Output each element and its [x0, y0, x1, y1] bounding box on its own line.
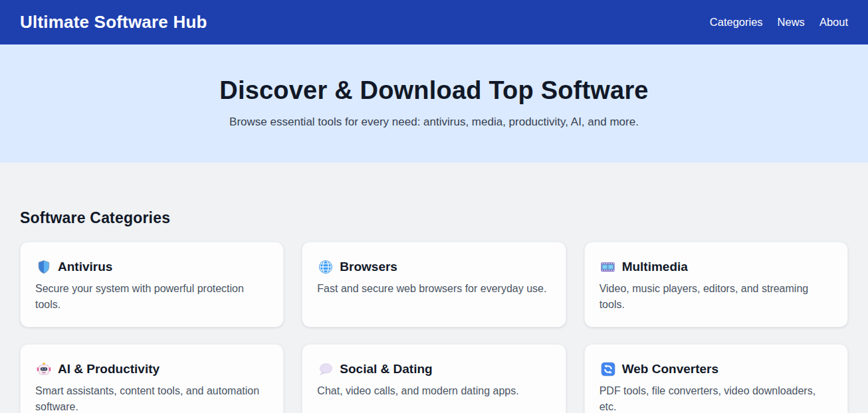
- category-description: Smart assistants, content tools, and aut…: [35, 383, 269, 413]
- category-card[interactable]: Antivirus Secure your system with powerf…: [20, 242, 284, 327]
- category-card[interactable]: AI & Productivity Smart assistants, cont…: [20, 344, 284, 413]
- nav-link-news[interactable]: News: [778, 16, 805, 29]
- category-card[interactable]: Multimedia Video, music players, editors…: [584, 242, 848, 327]
- category-description: Video, music players, editors, and strea…: [599, 281, 833, 313]
- category-description: Fast and secure web browsers for everyda…: [317, 281, 550, 297]
- section-title: Software Categories: [20, 163, 848, 227]
- category-card-header: Multimedia: [599, 259, 833, 275]
- category-description: Secure your system with powerful protect…: [35, 281, 269, 313]
- category-title: AI & Productivity: [58, 362, 160, 376]
- app-header: Ultimate Software Hub Categories News Ab…: [0, 0, 868, 44]
- category-title: Social & Dating: [340, 362, 432, 376]
- category-card-header: Antivirus: [35, 259, 269, 275]
- category-card-header: Web Converters: [599, 361, 833, 377]
- app-title: Ultimate Software Hub: [20, 12, 207, 33]
- category-card[interactable]: Browsers Fast and secure web browsers fo…: [302, 242, 566, 327]
- category-title: Browsers: [340, 260, 397, 274]
- hero-title: Discover & Download Top Software: [0, 74, 868, 107]
- category-card[interactable]: Web Converters PDF tools, file converter…: [584, 344, 848, 413]
- category-card-header: Browsers: [317, 259, 550, 275]
- category-title: Multimedia: [622, 260, 688, 274]
- shield-icon: [35, 259, 53, 275]
- category-title: Web Converters: [622, 362, 718, 376]
- main-nav: Categories News About: [710, 16, 848, 29]
- speech-bubble-icon: [317, 361, 334, 377]
- category-title: Antivirus: [58, 260, 112, 274]
- robot-icon: [35, 361, 53, 377]
- nav-link-about[interactable]: About: [819, 16, 848, 29]
- category-grid: Antivirus Secure your system with powerf…: [20, 242, 848, 413]
- category-card[interactable]: Social & Dating Chat, video calls, and m…: [302, 344, 566, 413]
- nav-link-categories[interactable]: Categories: [710, 16, 763, 29]
- globe-icon: [317, 259, 334, 275]
- hero-section: Discover & Download Top Software Browse …: [0, 44, 868, 163]
- main-content: Software Categories Antivirus Secure you…: [0, 163, 868, 413]
- category-description: PDF tools, file converters, video downlo…: [599, 383, 833, 413]
- film-frames-icon: [599, 259, 617, 275]
- category-description: Chat, video calls, and modern dating app…: [317, 383, 550, 399]
- category-card-header: AI & Productivity: [35, 361, 269, 377]
- hero-subtitle: Browse essential tools for every need: a…: [0, 114, 868, 130]
- refresh-icon: [599, 361, 617, 377]
- category-card-header: Social & Dating: [317, 361, 550, 377]
